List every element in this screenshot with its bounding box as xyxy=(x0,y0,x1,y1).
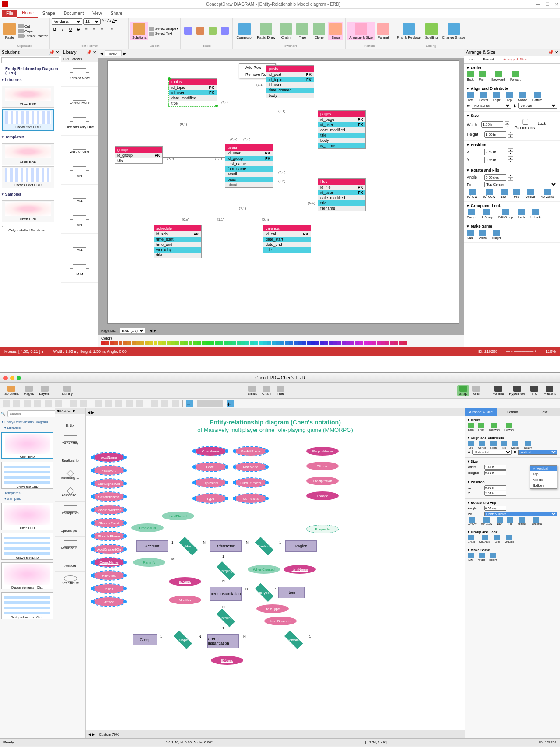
lock-tool-icon[interactable] xyxy=(136,400,144,407)
mac-rtab-text[interactable]: Text xyxy=(528,408,560,416)
format-painter-icon[interactable] xyxy=(70,400,77,407)
color-swatch[interactable] xyxy=(355,341,359,345)
mac-chain-button[interactable]: Chain xyxy=(260,385,273,396)
canvas-tab-erd[interactable]: ERD xyxy=(105,50,122,56)
color-swatch[interactable] xyxy=(175,341,179,345)
rotate-cw-button[interactable]: 90° CW xyxy=(467,189,477,198)
tool-text-icon[interactable] xyxy=(195,26,206,36)
snap-button[interactable]: Snap xyxy=(328,22,343,40)
distribute-tool-icon[interactable] xyxy=(126,400,133,407)
color-swatch[interactable] xyxy=(390,341,394,345)
mac-align-center[interactable]: Center xyxy=(478,441,486,449)
mac-align-right[interactable]: Right xyxy=(490,441,497,449)
mac-grid-button[interactable]: Grid xyxy=(471,385,482,396)
color-swatch[interactable] xyxy=(337,341,341,345)
mac-snap-button[interactable]: Snap xyxy=(457,385,469,396)
color-swatch[interactable] xyxy=(294,341,298,345)
mac-thumb-chen[interactable]: Chen ERD xyxy=(1,432,53,459)
color-swatch[interactable] xyxy=(237,341,241,345)
entity-account[interactable]: Account xyxy=(136,540,168,552)
tree-erd[interactable]: Entity-Relationship Diagram (ERD) xyxy=(2,66,59,76)
attr-itemdamage[interactable]: ItemDamage xyxy=(264,617,297,625)
entity-region[interactable]: Region xyxy=(285,540,317,552)
library-pin-icon[interactable]: 📌 ✕ xyxy=(86,50,96,55)
color-swatch[interactable] xyxy=(259,341,262,345)
ungroup-button[interactable]: UnGroup xyxy=(480,209,493,219)
spelling-button[interactable]: Spelling xyxy=(424,22,439,40)
text-tool-icon[interactable] xyxy=(13,400,20,407)
mac-minimize-icon[interactable] xyxy=(10,376,14,380)
attr-regionname[interactable]: RegionName xyxy=(306,447,339,456)
clone-button[interactable]: Clone xyxy=(311,22,327,40)
mac-lib-stencil[interactable]: Weak entity xyxy=(55,431,85,449)
thumb-tmpl-chen[interactable]: Chen ERD xyxy=(2,143,54,165)
right-tab-format[interactable]: Format xyxy=(479,56,498,63)
mac-library-button[interactable]: Library xyxy=(60,385,74,396)
color-swatch[interactable] xyxy=(136,341,140,345)
menu-home[interactable]: Home xyxy=(18,9,38,18)
order-backward-button[interactable]: Backward xyxy=(491,71,505,81)
mac-present-button[interactable]: Present xyxy=(542,385,557,396)
mac-tree-templates[interactable]: Templates xyxy=(0,490,55,496)
lib-stencil[interactable]: M:1 xyxy=(61,185,98,209)
font-select[interactable]: Verdana xyxy=(52,18,82,25)
mac-flip-horiz[interactable]: Horizontal xyxy=(531,517,542,525)
flip-horiz-button[interactable]: Horizontal xyxy=(541,189,555,198)
solutions-search[interactable] xyxy=(1,57,60,63)
y-input[interactable] xyxy=(484,157,506,163)
ungroup-tool-icon[interactable] xyxy=(105,400,112,407)
color-swatch[interactable] xyxy=(145,341,149,345)
zoom-fit-icon[interactable] xyxy=(161,400,168,407)
attr-currmana[interactable]: CurrMana xyxy=(234,494,267,503)
align-left-button[interactable]: Left xyxy=(467,92,474,102)
order-forward-button[interactable]: Forward xyxy=(510,71,522,81)
format-painter-button[interactable]: Format Painter xyxy=(18,34,48,38)
width-input[interactable] xyxy=(481,121,503,128)
pin-select[interactable]: Top-Center xyxy=(484,182,557,187)
color-swatch[interactable] xyxy=(224,341,228,345)
color-swatch[interactable] xyxy=(167,341,171,345)
mac-format-button[interactable]: Format xyxy=(491,385,505,396)
mac-width-input[interactable] xyxy=(484,465,506,470)
menu-document[interactable]: Document xyxy=(60,10,88,17)
color-swatch[interactable] xyxy=(320,341,324,345)
attr-foliage[interactable]: Foliage xyxy=(306,491,339,500)
attr-level[interactable]: Level xyxy=(194,463,227,471)
rel-carrying[interactable]: Carrying xyxy=(213,565,239,576)
mac-sample-dechen[interactable]: Design elements - Ch... xyxy=(1,562,53,589)
color-swatch[interactable] xyxy=(381,341,385,345)
minimize-icon[interactable]: — xyxy=(536,2,540,7)
select-text-button[interactable]: Select Text xyxy=(149,32,179,36)
lib-stencil[interactable]: M:M xyxy=(61,258,98,283)
mac-lock[interactable]: Lock xyxy=(494,535,500,543)
mac-rtab-format[interactable]: Format xyxy=(497,408,528,416)
attr-precip[interactable]: Precipitation xyxy=(306,477,339,485)
thumb-chen-erd[interactable]: Chen ERD xyxy=(2,86,54,108)
order-back-button[interactable]: Back xyxy=(467,71,474,81)
color-swatch[interactable] xyxy=(171,341,175,345)
attr-lastplayed[interactable]: LastPlayed xyxy=(162,512,194,520)
lib-stencil[interactable]: M:1 xyxy=(61,160,98,185)
find-replace-button[interactable]: Find & Replace xyxy=(395,22,423,40)
tool-shape-icon[interactable] xyxy=(207,26,218,36)
mac-tree-samples[interactable]: ▾ Samples xyxy=(0,496,55,502)
make-same-size-button[interactable]: Size xyxy=(467,230,474,239)
mac-canvas-prev-icon[interactable]: ◀ xyxy=(88,410,90,414)
distribute-horiz-select[interactable]: Horizontal xyxy=(472,103,511,109)
mac-same-width[interactable]: Width xyxy=(478,553,485,561)
bold-button[interactable]: B xyxy=(52,26,58,32)
attr-idnum2[interactable]: IDNum. xyxy=(211,656,243,665)
color-swatch[interactable] xyxy=(302,341,306,345)
connector-button[interactable]: Connector xyxy=(234,22,254,40)
mac-rotate-180[interactable]: 180° xyxy=(497,517,503,525)
rapiddraw-button[interactable]: Rapid Draw xyxy=(255,22,277,40)
dropdown-top[interactable]: Top xyxy=(530,471,557,477)
color-swatch[interactable] xyxy=(272,341,276,345)
angle-input[interactable] xyxy=(484,174,506,181)
underline-button[interactable]: U xyxy=(67,26,74,32)
align-top-button[interactable]: Top xyxy=(506,92,513,102)
tool-shape2-icon[interactable] xyxy=(219,26,231,36)
attr-sbscrbraddr[interactable]: SbscrbrAddress xyxy=(93,505,125,514)
color-swatch[interactable] xyxy=(276,341,280,345)
align-middle-button[interactable]: Middle xyxy=(518,92,527,102)
